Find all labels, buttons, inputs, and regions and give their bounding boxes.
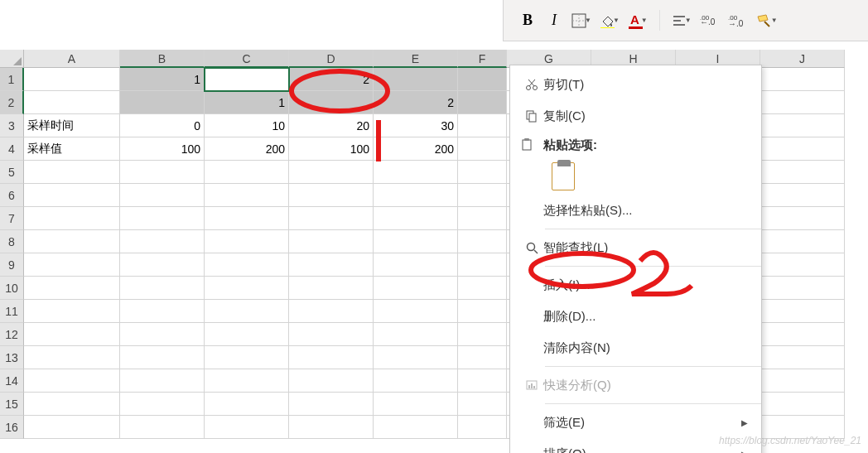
decrease-decimal-button[interactable]: .00→.0 xyxy=(728,7,748,35)
row-header-4[interactable]: 4 xyxy=(0,137,24,161)
cell-B7[interactable] xyxy=(120,207,205,230)
cell-B16[interactable] xyxy=(120,416,205,439)
cell-E14[interactable] xyxy=(374,369,458,393)
cell-A1[interactable] xyxy=(24,68,120,91)
row-header-2[interactable]: 2 xyxy=(0,91,24,114)
cell-J11[interactable] xyxy=(760,300,845,323)
cell-E8[interactable] xyxy=(374,230,458,253)
italic-button[interactable]: I xyxy=(545,7,563,35)
cell-J8[interactable] xyxy=(760,230,845,253)
cell-E3[interactable]: 30 xyxy=(374,114,458,137)
fill-color-dropdown-icon[interactable]: ▼ xyxy=(613,17,620,24)
cell-A6[interactable] xyxy=(24,184,120,207)
cell-A16[interactable] xyxy=(24,416,120,439)
cell-A13[interactable] xyxy=(24,346,120,369)
cell-E13[interactable] xyxy=(374,346,458,369)
cell-A8[interactable] xyxy=(24,230,120,253)
borders-dropdown-icon[interactable]: ▼ xyxy=(585,17,591,24)
cell-F10[interactable] xyxy=(458,277,507,300)
row-header-15[interactable]: 15 xyxy=(0,393,24,416)
cell-E5[interactable] xyxy=(374,161,458,184)
row-header-9[interactable]: 9 xyxy=(0,253,24,277)
cell-J12[interactable] xyxy=(760,323,845,346)
cell-D15[interactable] xyxy=(289,393,374,416)
cell-E7[interactable] xyxy=(374,207,458,230)
cell-C16[interactable] xyxy=(205,416,289,439)
row-header-3[interactable]: 3 xyxy=(0,114,24,137)
menu-paste-default[interactable] xyxy=(510,158,761,195)
cell-D8[interactable] xyxy=(289,230,374,253)
cell-B3[interactable]: 0 xyxy=(120,114,205,137)
cell-E4[interactable]: 200 xyxy=(374,137,458,161)
cell-F9[interactable] xyxy=(458,253,507,277)
cell-F12[interactable] xyxy=(458,323,507,346)
cell-E15[interactable] xyxy=(374,393,458,416)
cell-F14[interactable] xyxy=(458,369,507,393)
cell-A9[interactable] xyxy=(24,253,120,277)
row-header-6[interactable]: 6 xyxy=(0,184,24,207)
cell-F11[interactable] xyxy=(458,300,507,323)
cell-E16[interactable] xyxy=(374,416,458,439)
cell-J3[interactable] xyxy=(760,114,845,137)
menu-copy[interactable]: 复制(C) xyxy=(510,100,761,132)
cell-D13[interactable] xyxy=(289,346,374,369)
cell-D3[interactable]: 20 xyxy=(289,114,374,137)
cell-D6[interactable] xyxy=(289,184,374,207)
cell-A7[interactable] xyxy=(24,207,120,230)
row-header-11[interactable]: 11 xyxy=(0,300,24,323)
align-left-button[interactable]: ▼ xyxy=(672,7,692,35)
row-header-7[interactable]: 7 xyxy=(0,207,24,230)
cell-C7[interactable] xyxy=(205,207,289,230)
cell-J15[interactable] xyxy=(760,393,845,416)
borders-button[interactable]: ▼ xyxy=(571,7,591,35)
format-painter-dropdown-icon[interactable]: ▼ xyxy=(771,17,778,24)
cell-F3[interactable] xyxy=(458,114,507,137)
column-header-C[interactable]: C xyxy=(205,50,289,68)
row-header-12[interactable]: 12 xyxy=(0,323,24,346)
cell-J4[interactable] xyxy=(760,137,845,161)
column-header-A[interactable]: A xyxy=(24,50,120,68)
row-header-5[interactable]: 5 xyxy=(0,161,24,184)
menu-insert[interactable]: 插入(I)... xyxy=(510,269,761,301)
cell-C12[interactable] xyxy=(205,323,289,346)
menu-smart-lookup[interactable]: 智能查找(L) xyxy=(510,232,761,263)
cell-B8[interactable] xyxy=(120,230,205,253)
cell-E10[interactable] xyxy=(374,277,458,300)
cell-A5[interactable] xyxy=(24,161,120,184)
cell-C11[interactable] xyxy=(205,300,289,323)
select-all-corner[interactable] xyxy=(0,50,24,68)
cell-A14[interactable] xyxy=(24,369,120,393)
column-header-J[interactable]: J xyxy=(760,50,845,68)
cell-B1[interactable]: 1 xyxy=(120,68,205,91)
column-header-D[interactable]: D xyxy=(289,50,374,68)
cell-J1[interactable] xyxy=(760,68,845,91)
row-header-1[interactable]: 1 xyxy=(0,68,24,91)
row-header-8[interactable]: 8 xyxy=(0,230,24,253)
align-dropdown-icon[interactable]: ▼ xyxy=(685,17,692,24)
cell-D11[interactable] xyxy=(289,300,374,323)
menu-paste-special[interactable]: 选择性粘贴(S)... xyxy=(510,195,761,226)
cell-A11[interactable] xyxy=(24,300,120,323)
row-header-16[interactable]: 16 xyxy=(0,416,24,439)
cell-D12[interactable] xyxy=(289,323,374,346)
menu-delete[interactable]: 删除(D)... xyxy=(510,301,761,332)
cell-A2[interactable] xyxy=(24,91,120,114)
cell-E1[interactable] xyxy=(374,68,458,91)
cell-B9[interactable] xyxy=(120,253,205,277)
menu-clear[interactable]: 清除内容(N) xyxy=(510,332,761,364)
cell-C1[interactable] xyxy=(205,68,289,91)
cell-B5[interactable] xyxy=(120,161,205,184)
cell-D5[interactable] xyxy=(289,161,374,184)
cell-F6[interactable] xyxy=(458,184,507,207)
column-header-F[interactable]: F xyxy=(458,50,507,68)
cell-C15[interactable] xyxy=(205,393,289,416)
cell-J7[interactable] xyxy=(760,207,845,230)
cell-J5[interactable] xyxy=(760,161,845,184)
cell-D7[interactable] xyxy=(289,207,374,230)
cell-F15[interactable] xyxy=(458,393,507,416)
cell-C9[interactable] xyxy=(205,253,289,277)
cell-C3[interactable]: 10 xyxy=(205,114,289,137)
cell-C4[interactable]: 200 xyxy=(205,137,289,161)
cell-C10[interactable] xyxy=(205,277,289,300)
cell-J13[interactable] xyxy=(760,346,845,369)
